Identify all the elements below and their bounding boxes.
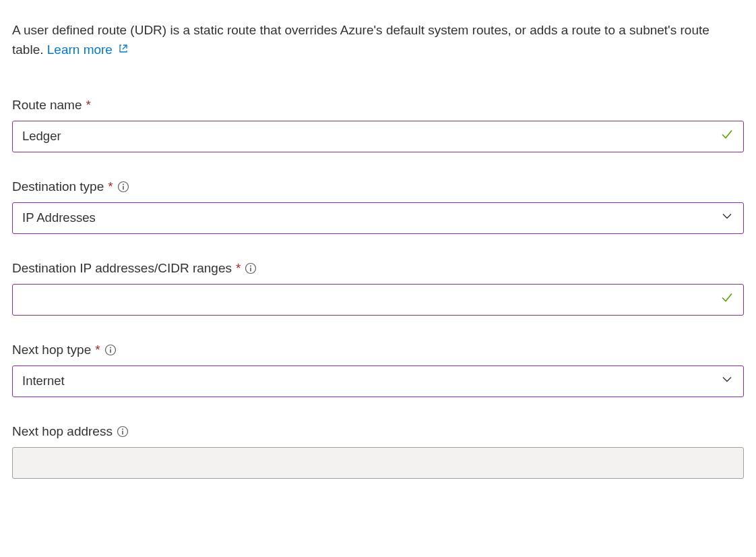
info-icon[interactable]	[104, 344, 117, 356]
destination-type-group: Destination type * IP Addresses	[12, 179, 744, 234]
svg-rect-5	[251, 268, 252, 272]
route-name-label: Route name *	[12, 98, 744, 113]
svg-point-1	[123, 183, 124, 185]
required-indicator: *	[95, 343, 100, 357]
destination-cidr-group: Destination IP addresses/CIDR ranges *	[12, 261, 744, 316]
svg-point-7	[110, 347, 111, 348]
page-description: A user defined route (UDR) is a static r…	[12, 20, 726, 60]
next-hop-type-group: Next hop type * Internet	[12, 343, 744, 397]
next-hop-type-label: Next hop type *	[12, 343, 744, 357]
destination-cidr-input[interactable]	[12, 284, 744, 316]
svg-point-4	[250, 265, 251, 266]
info-icon[interactable]	[245, 262, 257, 274]
route-name-input[interactable]	[12, 121, 744, 152]
required-indicator: *	[236, 261, 241, 276]
route-name-group: Route name *	[12, 98, 744, 152]
next-hop-address-group: Next hop address	[12, 424, 744, 479]
required-indicator: *	[108, 179, 113, 194]
external-link-icon	[118, 40, 129, 59]
svg-rect-11	[122, 431, 123, 435]
next-hop-type-select[interactable]: Internet	[12, 365, 744, 397]
svg-rect-8	[110, 349, 111, 353]
learn-more-link[interactable]: Learn more	[47, 42, 129, 57]
next-hop-address-label: Next hop address	[12, 424, 744, 439]
destination-type-label: Destination type *	[12, 179, 744, 194]
next-hop-address-input	[12, 447, 744, 479]
info-icon[interactable]	[117, 426, 129, 438]
svg-rect-2	[123, 186, 124, 190]
info-icon[interactable]	[117, 181, 129, 193]
destination-cidr-label: Destination IP addresses/CIDR ranges *	[12, 261, 744, 276]
required-indicator: *	[86, 98, 91, 113]
destination-type-select[interactable]: IP Addresses	[12, 202, 744, 234]
svg-point-10	[122, 428, 123, 430]
